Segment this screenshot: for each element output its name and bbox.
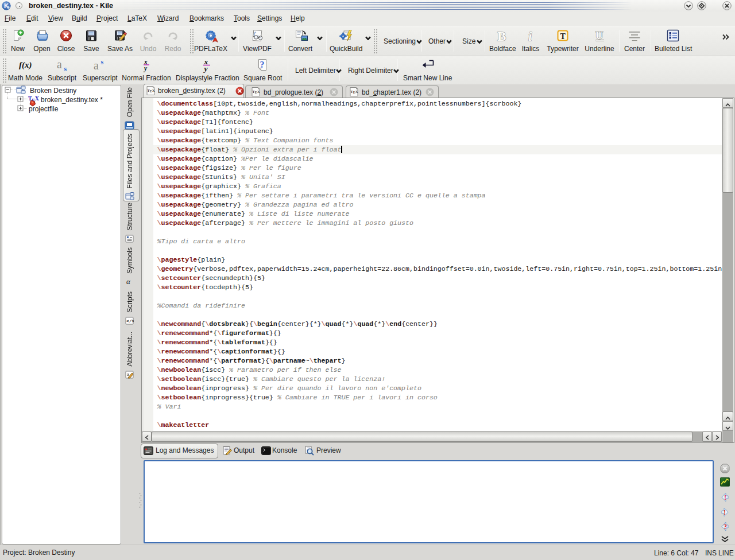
svg-text:!: ! [724,508,726,516]
svg-text:y: y [203,64,208,73]
svg-text:a: a [94,59,99,71]
svg-text:i: i [528,29,532,43]
svg-text:s: s [64,65,67,72]
svg-text:a: a [127,372,129,376]
svg-text:a: a [57,59,62,71]
svg-text:U: U [595,29,604,41]
svg-text:?: ? [724,523,727,531]
svg-text:</>: </> [126,318,134,324]
svg-text:!: ! [724,493,726,501]
svg-text:y: y [143,65,148,72]
svg-text:s: s [101,59,104,66]
svg-text:B: B [497,29,506,43]
svg-text:α: α [126,278,131,285]
svg-text:?: ? [260,60,265,69]
svg-text:f(x): f(x) [19,60,32,70]
svg-text:T: T [560,32,566,41]
